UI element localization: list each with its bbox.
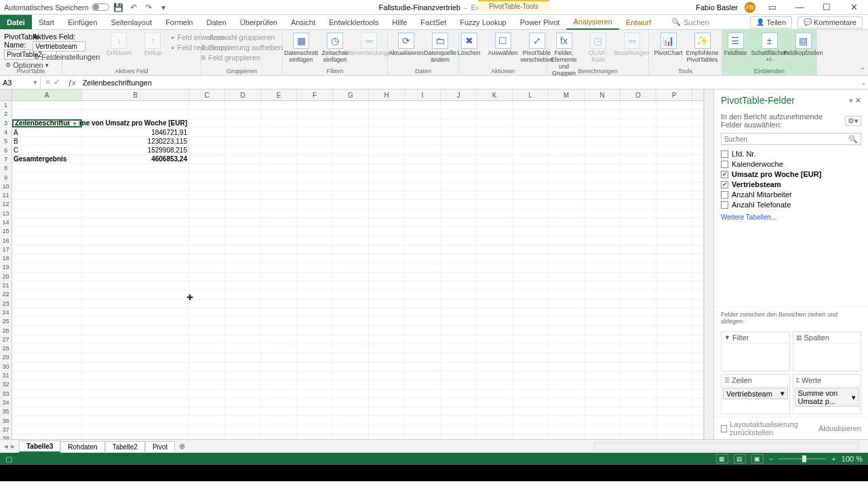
cell[interactable] <box>333 218 369 226</box>
cell[interactable] <box>441 182 477 190</box>
cell[interactable] <box>513 101 549 109</box>
cell[interactable] <box>12 326 82 334</box>
cell[interactable] <box>12 182 82 190</box>
cell[interactable] <box>225 353 261 361</box>
cell[interactable] <box>656 363 692 371</box>
cell[interactable] <box>513 272 549 281</box>
cell[interactable] <box>656 336 692 344</box>
cell[interactable] <box>549 101 585 109</box>
cell[interactable] <box>369 227 405 235</box>
cell[interactable] <box>333 182 369 190</box>
cell[interactable] <box>620 110 656 118</box>
cell[interactable] <box>225 281 261 289</box>
cell[interactable] <box>261 407 297 415</box>
row-header[interactable]: 21 <box>0 281 12 289</box>
cell[interactable] <box>189 137 225 145</box>
cell[interactable] <box>261 137 297 145</box>
cell[interactable] <box>189 399 225 407</box>
cell[interactable] <box>82 380 189 388</box>
cell[interactable] <box>477 390 513 398</box>
cell[interactable] <box>441 426 477 434</box>
cell[interactable] <box>405 218 441 226</box>
sheet-nav-next-icon[interactable]: ▸ <box>11 442 15 451</box>
row-header[interactable]: 12 <box>0 200 12 208</box>
cell[interactable] <box>549 218 585 226</box>
cell[interactable] <box>82 434 189 439</box>
cell[interactable] <box>441 390 477 398</box>
cell[interactable] <box>585 308 620 317</box>
cell[interactable] <box>656 173 692 181</box>
row-header[interactable]: 19 <box>0 263 12 271</box>
cell[interactable] <box>405 308 441 317</box>
cell[interactable] <box>620 353 656 361</box>
cell[interactable] <box>549 110 585 118</box>
cell[interactable] <box>12 399 82 407</box>
cell[interactable] <box>549 380 585 388</box>
field-item[interactable]: Lfd. Nr. <box>721 149 861 159</box>
cell[interactable] <box>585 353 620 361</box>
cell[interactable] <box>189 218 225 226</box>
cell[interactable] <box>333 200 369 208</box>
cell[interactable] <box>585 336 620 344</box>
user-avatar[interactable]: FB <box>745 2 755 13</box>
cell[interactable] <box>12 416 82 424</box>
cell[interactable] <box>585 426 620 434</box>
cell[interactable] <box>12 281 82 289</box>
cell[interactable] <box>441 227 477 235</box>
cell[interactable] <box>82 191 189 199</box>
cell[interactable] <box>585 300 620 308</box>
row-header[interactable]: 30 <box>0 363 12 371</box>
cell[interactable] <box>513 137 549 145</box>
cell[interactable] <box>477 371 513 380</box>
cell[interactable] <box>513 218 549 226</box>
cell[interactable] <box>405 290 441 298</box>
cell[interactable] <box>261 363 297 371</box>
cell[interactable] <box>12 254 82 262</box>
cell[interactable] <box>477 245 513 253</box>
cell[interactable] <box>369 371 405 380</box>
cell[interactable] <box>189 182 225 190</box>
cell[interactable] <box>82 353 189 361</box>
cell[interactable] <box>261 209 297 218</box>
cell[interactable] <box>441 407 477 415</box>
cell[interactable] <box>333 426 369 434</box>
cell[interactable] <box>333 173 369 181</box>
cell[interactable] <box>333 416 369 424</box>
cell[interactable] <box>620 300 656 308</box>
cell[interactable] <box>297 407 333 415</box>
cell[interactable] <box>225 227 261 235</box>
cell[interactable] <box>82 101 189 109</box>
cell[interactable] <box>333 353 369 361</box>
cell[interactable] <box>261 236 297 244</box>
cell[interactable] <box>477 191 513 199</box>
tab-daten[interactable]: Daten <box>199 15 233 29</box>
cell[interactable] <box>405 380 441 388</box>
cell[interactable] <box>333 245 369 253</box>
row-header[interactable]: 26 <box>0 326 12 334</box>
field-item[interactable]: Umsatz pro Woche [EUR] <box>721 169 861 179</box>
formula-input[interactable]: Zeilenbeschriftungen <box>80 79 859 87</box>
row-header[interactable]: 1 <box>0 101 12 109</box>
cell[interactable] <box>82 308 189 317</box>
cell[interactable] <box>549 155 585 163</box>
cell[interactable] <box>620 236 656 244</box>
cell[interactable] <box>297 155 333 163</box>
cell[interactable] <box>549 317 585 325</box>
cell[interactable] <box>369 164 405 172</box>
cell[interactable] <box>405 407 441 415</box>
tab-fuzzy[interactable]: Fuzzy Lookup <box>453 15 513 29</box>
cell[interactable] <box>477 110 513 118</box>
cell[interactable] <box>620 272 656 281</box>
cell[interactable] <box>585 380 620 388</box>
cell[interactable] <box>189 363 225 371</box>
cell[interactable] <box>297 399 333 407</box>
cell[interactable] <box>82 416 189 424</box>
cell[interactable] <box>297 317 333 325</box>
cell[interactable] <box>620 101 656 109</box>
cell[interactable] <box>405 363 441 371</box>
cell[interactable] <box>405 390 441 398</box>
cell[interactable] <box>477 146 513 154</box>
cell[interactable] <box>549 371 585 380</box>
cell[interactable] <box>189 371 225 380</box>
cell[interactable] <box>333 300 369 308</box>
